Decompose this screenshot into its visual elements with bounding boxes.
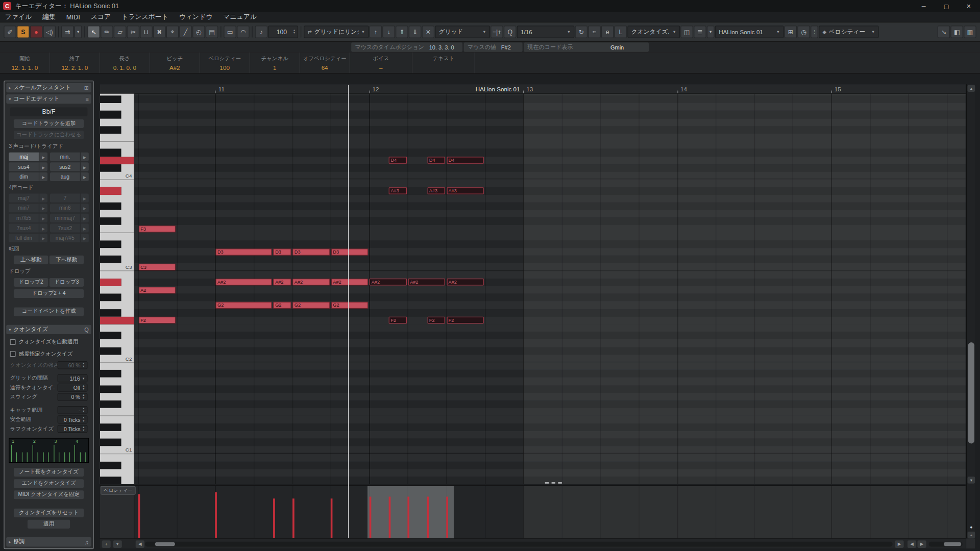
midi-note[interactable]: A#3 [389, 187, 407, 194]
seventh-chord-arrow-button[interactable]: ▶ [39, 234, 47, 242]
move-up-button[interactable]: ↑ [370, 26, 382, 38]
record-in-editor-button[interactable]: ● [30, 26, 42, 38]
spin-down-icon[interactable]: ▼ [82, 388, 85, 391]
param-control[interactable]: 1/16▼ [58, 374, 88, 382]
zoom-in-horizontal-button[interactable]: ▶ [918, 540, 926, 548]
midi-note[interactable]: G2 [331, 302, 369, 308]
midi-note[interactable]: A#2 [292, 279, 330, 285]
tempo-options-button[interactable]: ⋮ [811, 26, 818, 38]
part-edit-mode-button[interactable]: ◫ [680, 26, 693, 38]
insert-velocity-icon[interactable]: ♪ [255, 26, 267, 38]
info-field-value[interactable]: 64 [322, 64, 328, 71]
spin-down-icon[interactable]: ▼ [293, 32, 296, 35]
seventh-chord-arrow-button[interactable]: ▶ [81, 223, 89, 232]
velocity-curve-button[interactable]: ◠ [237, 26, 249, 38]
velocity-bar[interactable] [215, 492, 217, 538]
midi-note[interactable]: D4 [447, 157, 484, 163]
scale-assistant-section-header[interactable]: ▸ スケールアシスタント ⊞ [6, 83, 91, 92]
black-key[interactable] [100, 294, 121, 302]
midi-note[interactable]: D3 [215, 248, 272, 255]
zoom-in-vertical-button[interactable]: + [968, 532, 975, 538]
horizontal-zoom-track[interactable] [929, 542, 963, 547]
black-key[interactable] [100, 439, 121, 446]
seventh-chord-arrow-button[interactable]: ▶ [39, 214, 47, 222]
info-field-value[interactable]: – [379, 64, 382, 71]
midi-note[interactable]: F2 [138, 317, 176, 323]
param-control[interactable]: 0 Ticks▲▼ [58, 425, 88, 433]
velocity-bar[interactable] [331, 498, 333, 538]
velocity-lane[interactable] [134, 485, 966, 538]
menu-item[interactable]: ウィンドウ [179, 12, 213, 21]
triad-button[interactable]: sus4 [9, 162, 39, 171]
seventh-chord-button[interactable]: full dim [9, 234, 39, 242]
menu-item[interactable]: トランスポート [121, 12, 168, 21]
seventh-chord-arrow-button[interactable]: ▶ [81, 204, 89, 212]
velocity-bar[interactable] [292, 498, 295, 538]
midi-note[interactable]: A#2 [447, 279, 484, 285]
black-key[interactable] [100, 126, 121, 134]
param-control[interactable]: -▲▼ [58, 406, 88, 414]
move-down-button[interactable]: 下へ移動 [50, 256, 84, 264]
midi-note[interactable]: G2 [215, 302, 272, 308]
menu-item[interactable]: スコア [91, 12, 111, 21]
auto-scroll-options-button[interactable]: ▾ [75, 26, 82, 38]
triad-button[interactable]: aug [50, 172, 80, 181]
spinner-arrows[interactable]: ▲▼ [82, 362, 85, 368]
add-chord-track-button[interactable]: コードトラックを追加 [14, 119, 84, 128]
setup-toolbar-button[interactable]: ▥ [964, 26, 976, 38]
horizontal-scroll-track[interactable] [145, 542, 892, 547]
seventh-chord-button[interactable]: min6 [50, 204, 80, 212]
length-quantize-icon[interactable]: L [615, 26, 627, 38]
open-in-window-button[interactable]: ↘ [938, 26, 950, 38]
tempo-display-button[interactable]: ◷ [797, 26, 810, 38]
grid-type-dropdown[interactable]: グリッド▼ [435, 26, 490, 38]
move-up-octave-button[interactable]: ⇑ [396, 26, 408, 38]
apply-quantize-inspector-button[interactable]: 適用 [28, 520, 70, 529]
black-key[interactable] [100, 309, 121, 317]
insert-velocity-spinbox[interactable]: 100▲▼ [268, 26, 298, 38]
menu-item[interactable]: 編集 [42, 12, 56, 21]
length-quantize-dropdown[interactable]: クオンタイズ.▼ [627, 26, 680, 38]
midi-note[interactable]: A#3 [427, 187, 445, 194]
seventh-chord-button[interactable]: 7 [50, 194, 80, 203]
auto-apply-quantize-checkbox[interactable] [10, 339, 16, 345]
triad-arrow-button[interactable]: ▶ [81, 162, 89, 171]
show-info-button[interactable]: ▭ [224, 26, 236, 38]
midi-note[interactable]: C3 [138, 264, 176, 270]
mute-tool[interactable]: ✖ [153, 26, 165, 38]
move-down-octave-button[interactable]: ⇓ [409, 26, 421, 38]
vertical-zoom-handle[interactable]: ● [968, 523, 975, 531]
transpose-section-header[interactable]: ▸ 移調 ♫ [6, 537, 91, 546]
param-control[interactable]: 60 %▲▼ [58, 361, 88, 369]
quantize-icon[interactable]: Q [504, 26, 516, 38]
velocity-bar[interactable] [273, 498, 275, 538]
spinner-arrows[interactable]: ▲▼ [82, 385, 85, 390]
spin-down-icon[interactable]: ▼ [82, 397, 85, 400]
drop2-4-button[interactable]: ドロップ2 + 4 [14, 289, 84, 298]
velocity-bar[interactable] [427, 496, 429, 538]
select-tool[interactable]: ↖ [87, 26, 100, 38]
spin-down-icon[interactable]: ▼ [82, 410, 85, 413]
black-key[interactable] [100, 256, 121, 263]
track-list-button[interactable]: ≣ [694, 26, 706, 38]
quantize-section-header[interactable]: ▾ クオンタイズ Q [6, 325, 91, 334]
spinner-arrows[interactable]: ▲▼ [82, 426, 85, 432]
midi-note[interactable]: A#2 [273, 279, 291, 285]
midi-note[interactable]: D3 [331, 248, 369, 255]
param-control[interactable]: 0 %▲▼ [58, 393, 88, 401]
midi-note[interactable]: A#2 [408, 279, 445, 285]
seventh-chord-arrow-button[interactable]: ▶ [81, 194, 89, 203]
pin-button[interactable]: ✐ [4, 26, 16, 38]
midi-note[interactable]: A#3 [447, 187, 484, 194]
triad-arrow-button[interactable]: ▶ [81, 172, 89, 181]
reset-quantize-button[interactable]: クオンタイズをリセット [14, 509, 84, 517]
move-up-button[interactable]: 上へ移動 [14, 256, 48, 264]
create-chord-event-button[interactable]: コードイベントを作成 [14, 307, 84, 316]
black-key[interactable] [100, 423, 121, 431]
triad-button[interactable]: min. [50, 153, 80, 161]
apply-quantize-button[interactable]: ↻ [575, 26, 587, 38]
spinner-arrows[interactable]: ▲▼ [82, 394, 85, 400]
velocity-bar[interactable] [369, 496, 371, 538]
midi-note[interactable]: D3 [292, 248, 330, 255]
black-key[interactable] [100, 332, 121, 339]
